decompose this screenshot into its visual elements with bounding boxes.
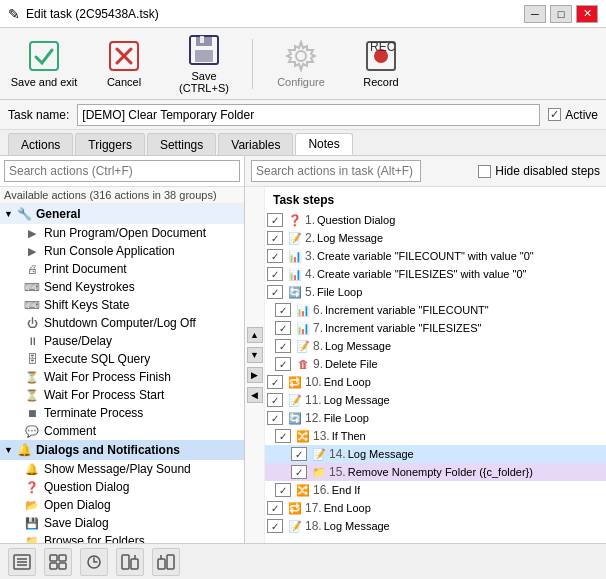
record-button[interactable]: REC Record [345,34,417,94]
step-number: 9. [313,357,323,371]
step-checkbox[interactable] [267,519,283,533]
step-checkbox[interactable] [267,267,283,281]
action-label: Question Dialog [44,480,129,494]
table-row[interactable]: 📁 15. Remove Nonempty Folder ({c_folder}… [265,463,606,481]
tab-triggers[interactable]: Triggers [75,133,145,155]
table-row[interactable]: 🔁 17. End Loop [265,499,606,517]
step-checkbox[interactable] [275,429,291,443]
tab-actions[interactable]: Actions [8,133,73,155]
active-checkbox[interactable]: ✓ [548,108,561,121]
minimize-button[interactable]: ─ [524,5,546,23]
tab-notes[interactable]: Notes [295,133,352,155]
step-checkbox[interactable] [275,357,291,371]
step-checkbox[interactable] [267,285,283,299]
list-item[interactable]: 📁 Browse for Folders [0,532,244,543]
step-checkbox[interactable] [267,375,283,389]
step-checkbox[interactable] [267,231,283,245]
step-checkbox[interactable] [275,303,291,317]
nav-arrows: ▲ ▼ ▶ ◀ [245,187,265,543]
table-row[interactable]: 📊 7. Increment variable "FILESIZES" [265,319,606,337]
list-item[interactable]: ▶ Run Program/Open Document [0,224,244,242]
tab-variables[interactable]: Variables [218,133,293,155]
save-exit-button[interactable]: Save and exit [8,34,80,94]
table-row[interactable]: 📊 4. Create variable "FILESIZES" with va… [265,265,606,283]
step-number: 16. [313,483,330,497]
table-row[interactable]: 📝 11. Log Message [265,391,606,409]
table-row[interactable]: 🔀 13. If Then [265,427,606,445]
close-button[interactable]: ✕ [576,5,598,23]
configure-button[interactable]: Configure [265,34,337,94]
table-row[interactable]: 📝 8. Log Message [265,337,606,355]
list-item[interactable]: ⏻ Shutdown Computer/Log Off [0,314,244,332]
left-search-box [0,156,244,187]
table-row[interactable]: ❓ 1. Question Dialog [265,211,606,229]
list-item[interactable]: ⏸ Pause/Delay [0,332,244,350]
list-item[interactable]: ❓ Question Dialog [0,478,244,496]
available-header: Available actions (316 actions in 38 gro… [0,187,244,204]
indent-right-arrow[interactable]: ▶ [247,367,263,383]
step-checkbox[interactable] [267,249,283,263]
save-button[interactable]: Save (CTRL+S) [168,34,240,94]
task-search-input[interactable] [251,160,421,182]
cancel-button[interactable]: Cancel [88,34,160,94]
table-row[interactable]: 🔄 12. File Loop [265,409,606,427]
actions-search-input[interactable] [4,160,240,182]
table-row[interactable]: 🔁 10. End Loop [265,373,606,391]
list-item[interactable]: 🗄 Execute SQL Query [0,350,244,368]
indent-left-arrow[interactable]: ◀ [247,387,263,403]
bottom-btn-5[interactable] [152,548,180,576]
hide-disabled[interactable]: Hide disabled steps [478,164,600,178]
step-checkbox[interactable] [275,483,291,497]
step-checkbox[interactable] [267,501,283,515]
table-row[interactable]: 📝 14. Log Message [265,445,606,463]
move-down-arrow[interactable]: ▼ [247,347,263,363]
bottom-btn-2[interactable] [44,548,72,576]
table-row[interactable]: 🗑 9. Delete File [265,355,606,373]
list-item[interactable]: 🔔 Show Message/Play Sound [0,460,244,478]
list-item[interactable]: ⏹ Terminate Process [0,404,244,422]
list-item[interactable]: ▶ Run Console Application [0,242,244,260]
table-row[interactable]: 📊 3. Create variable "FILECOUNT" with va… [265,247,606,265]
move-up-arrow[interactable]: ▲ [247,327,263,343]
list-item[interactable]: ⌨ Shift Keys State [0,296,244,314]
step-label: File Loop [324,412,369,424]
toolbar: Save and exit Cancel Save (CTRL+S) [0,28,606,100]
table-row[interactable]: 🔀 16. End If [265,481,606,499]
list-item[interactable]: 📂 Open Dialog [0,496,244,514]
table-row[interactable]: 🔄 5. File Loop [265,283,606,301]
step-icon: 📝 [287,230,303,246]
bottom-btn-1[interactable] [8,548,36,576]
list-item[interactable]: ⏳ Wait For Process Start [0,386,244,404]
list-item[interactable]: 💾 Save Dialog [0,514,244,532]
step-checkbox[interactable] [275,339,291,353]
list-item[interactable]: ⏳ Wait For Process Finish [0,368,244,386]
step-checkbox[interactable] [267,411,283,425]
step-label: File Loop [317,286,362,298]
step-checkbox[interactable] [291,465,307,479]
step-checkbox[interactable] [275,321,291,335]
group-dialogs[interactable]: ▼ 🔔 Dialogs and Notifications [0,440,244,460]
hide-disabled-checkbox[interactable] [478,165,491,178]
table-row[interactable]: 📝 18. Log Message [265,517,606,535]
action-label: Wait For Process Start [44,388,164,402]
save-exit-label: Save and exit [11,76,78,88]
active-check[interactable]: ✓ Active [548,108,598,122]
list-item[interactable]: 💬 Comment [0,422,244,440]
maximize-button[interactable]: □ [550,5,572,23]
step-icon: 📊 [287,248,303,264]
list-item[interactable]: 🖨 Print Document [0,260,244,278]
step-checkbox[interactable] [291,447,307,461]
table-row[interactable]: 📝 2. Log Message [265,229,606,247]
taskname-input[interactable] [77,104,540,126]
bottom-btn-3[interactable] [80,548,108,576]
svg-rect-25 [167,555,174,569]
table-row[interactable]: 📊 6. Increment variable "FILECOUNT" [265,301,606,319]
svg-rect-6 [195,50,213,62]
step-checkbox[interactable] [267,393,283,407]
bottom-btn-4[interactable] [116,548,144,576]
tab-settings[interactable]: Settings [147,133,216,155]
step-label: Create variable "FILECOUNT" with value "… [317,250,534,262]
step-checkbox[interactable] [267,213,283,227]
group-general[interactable]: ▼ 🔧 General [0,204,244,224]
list-item[interactable]: ⌨ Send Keystrokes [0,278,244,296]
